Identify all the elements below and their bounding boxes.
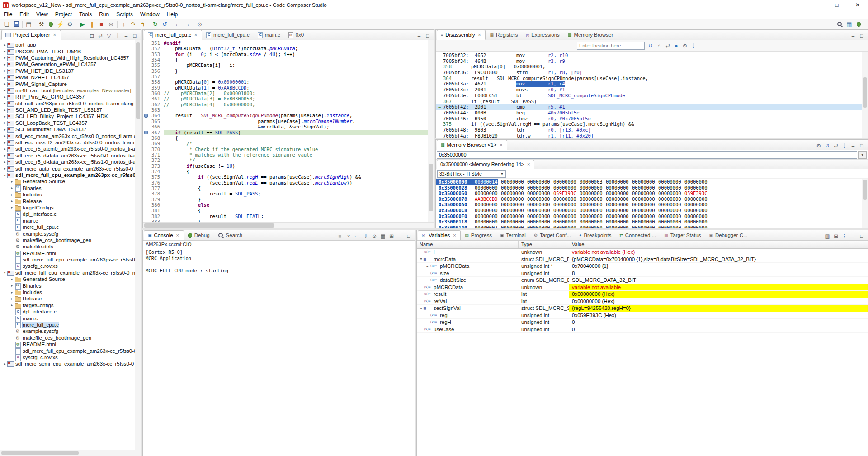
memory-row[interactable]: 0x35000078AABBCCDD0000000000000000000000… <box>436 196 868 202</box>
tree-item[interactable]: ▸Includes <box>0 191 141 198</box>
menu-run[interactable]: Run <box>95 10 113 19</box>
tree-item[interactable]: mcrc_full_cpu.c <box>0 322 141 328</box>
code-line[interactable]: 352 pMCRCData = (uint32_t *)mcrcData.pMC… <box>143 46 434 51</box>
variable-row[interactable]: (x)=regLunsigned int0x059E393C (Hex) <box>417 312 868 319</box>
expand-arrow-icon[interactable]: ▸ <box>9 186 14 190</box>
menu-project[interactable]: Project <box>52 10 75 19</box>
editor-horizontal-scrollbar[interactable] <box>143 222 434 228</box>
disasm-instruction-line[interactable]: 7005bf36:E9C01800strdr1, r8, [r0] <box>436 70 868 76</box>
gear-menu-icon[interactable]: ⚙ <box>815 142 823 150</box>
variable-row[interactable]: ▾▦mcrcDatastruct SDL_MCRC_Data...{pMCRCD… <box>417 256 868 263</box>
collapse-all-icon[interactable]: ⊟ <box>88 32 96 40</box>
variable-row[interactable]: (x)=dataBitSizeenum SDL_MCRC_Dat...SDL_M… <box>417 277 868 284</box>
disasm-source-line[interactable]: 358pMCRCData[0] = 0x00000001; <box>436 64 868 70</box>
tree-item[interactable]: ▸PWM_Capturing_With_High_Resolution_LC43… <box>0 55 141 61</box>
new-icon[interactable]: ❏ <box>2 19 11 28</box>
expand-arrow-icon[interactable]: ▸ <box>2 43 7 47</box>
tab-mcrc-full-cpu-c[interactable]: mcrc_full_cpu.c <box>144 30 202 40</box>
code-line[interactable]: 375 if ((sectSignVal.regH == params[useC… <box>143 174 434 180</box>
link-editor-icon[interactable]: ⇄ <box>96 32 104 40</box>
disasm-instruction-line[interactable]: 7005bf44:D00Bbeq#0x7005bf5e <box>436 110 868 116</box>
explorer-horizontal-scrollbar[interactable] <box>0 450 141 456</box>
tree-item[interactable]: main.c <box>0 218 141 224</box>
memory-rows[interactable]: 0x35000000000000140000000000000000000000… <box>436 179 868 228</box>
menu-file[interactable]: File <box>0 10 16 19</box>
code-line[interactable]: 363 <box>143 107 434 113</box>
code-line[interactable]: 358 pMCRCData[0] = 0x00000001; <box>143 79 434 85</box>
disasm-instruction-line[interactable]: 7005bf46:B950cbnzr0, #0x7005bf5e <box>436 116 868 122</box>
tree-item[interactable]: ▸Release <box>0 198 141 204</box>
address-history-button[interactable]: ▾ <box>858 151 867 159</box>
search-icon[interactable] <box>835 19 844 28</box>
menu-tools[interactable]: Tools <box>75 10 95 19</box>
code-line[interactable]: 369 /* <box>143 141 434 146</box>
collapse-arrow-icon[interactable]: ▾ <box>2 271 7 275</box>
tab-0x0[interactable]: 0x0 <box>284 30 308 40</box>
expand-arrow-icon[interactable]: ▸ <box>2 153 7 157</box>
expand-arrow-icon[interactable]: ▸ <box>9 193 14 197</box>
expand-arrow-icon[interactable]: ▸ <box>9 290 14 294</box>
expand-arrow-icon[interactable]: ▸ <box>9 303 14 307</box>
expand-arrow-icon[interactable]: ▸ <box>2 166 7 171</box>
memory-row[interactable]: 0x35000118000000000000000000000000000000… <box>436 219 868 225</box>
variable-row[interactable]: ▸(x)=pMCRCDataunsigned int *0x70040000 {… <box>417 263 868 270</box>
refresh-icon[interactable]: ↺ <box>160 19 170 28</box>
tree-item[interactable]: ▸RTP_Pins_As_GPIO_LC4357 <box>0 94 141 100</box>
explorer-vertical-scrollbar[interactable] <box>135 40 141 450</box>
code-line[interactable]: 359 pMCRCData[1] = 0xAABBCCDD; <box>143 85 434 90</box>
editor-vertical-scrollbar[interactable] <box>428 40 434 222</box>
close-tab-icon[interactable] <box>452 233 457 238</box>
tree-item[interactable]: example.syscfg <box>0 328 141 334</box>
tree-item[interactable]: ▸sdl_mcrc_semi_cpu_example_am263x-cc_r5f… <box>0 361 141 367</box>
code-line[interactable]: 368 { <box>143 135 434 141</box>
tree-item[interactable]: ▸PWM_N2HET_LC4357 <box>0 74 141 81</box>
tab-search[interactable]: Search <box>214 230 246 240</box>
tree-item[interactable]: sdl_mcrc_full_cpu_example_am263px-cc_r5f… <box>0 256 141 263</box>
view-menu-icon[interactable]: ⋮ <box>840 232 849 240</box>
code-line[interactable]: 355 pMCRCData[i] = i; <box>143 62 434 68</box>
home-icon[interactable]: ⌂ <box>655 42 663 50</box>
tab-debug[interactable]: Debug <box>184 230 214 240</box>
variable-row[interactable]: (x)=resultint0x00000000 (Hex) <box>417 291 868 298</box>
menu-window[interactable]: Window <box>137 10 163 19</box>
tree-item[interactable]: ▸Binaries <box>0 282 141 289</box>
tab-breakpoints[interactable]: ●Breakpoints <box>575 230 615 240</box>
refresh-icon[interactable]: ↺ <box>823 142 831 150</box>
code-line[interactable]: 381 { <box>143 208 434 213</box>
memory-vertical-scrollbar[interactable] <box>862 179 868 228</box>
code-line[interactable]: 376 (sectSignVal.regL == params[useCase]… <box>143 180 434 185</box>
tree-item[interactable]: ▸sdl_ecc_mcan_am263x-cc_r5fss0-0_nortos_… <box>0 133 141 139</box>
disasm-vertical-scrollbar[interactable] <box>862 52 868 138</box>
code-line[interactable]: 365 params[useCase].mcrcChannelNumber, <box>143 119 434 124</box>
code-line[interactable]: 371 * matches with the reference signaur… <box>143 152 434 157</box>
filter-icon[interactable]: ▽ <box>105 32 113 40</box>
variable-row[interactable]: (x)=regHunsigned int0 <box>417 319 868 326</box>
code-line[interactable]: 382 result = SDL_EFAIL; <box>143 214 434 219</box>
clear-icon[interactable]: ▭ <box>353 232 361 240</box>
menu-scripts[interactable]: Scripts <box>113 10 137 19</box>
back-icon[interactable]: ← <box>173 19 182 28</box>
memory-address-input[interactable] <box>437 151 857 159</box>
code-line[interactable]: 366 &mcrcData, &sectSignVal); <box>143 124 434 129</box>
memory-row[interactable]: 0x35000028000000000000000000000000000000… <box>436 185 868 191</box>
link-editor-icon[interactable]: ⇄ <box>832 142 840 150</box>
tree-item[interactable]: ▸Generated Source <box>0 276 141 282</box>
tree-item[interactable]: ▸sdl_ecc_mss_l2_am263x-cc_r5fss0-0_norto… <box>0 139 141 146</box>
disconnect-icon[interactable]: ⊗ <box>106 19 116 28</box>
console-output[interactable]: [Cortex_R5_0]MCRC ApplicationMCRC FULL C… <box>143 248 415 456</box>
tab-expressions[interactable]: (x)Expressions <box>522 30 564 40</box>
tree-item[interactable]: sdl_mcrc_full_cpu_example_am263x-cc_r5fs… <box>0 347 141 354</box>
tree-item[interactable]: README.html <box>0 341 141 347</box>
tree-item[interactable]: ▸Generated Source <box>0 178 141 185</box>
tree-item[interactable]: ▸targetConfigs <box>0 302 141 309</box>
maximize-icon[interactable]: □ <box>405 232 413 240</box>
expand-arrow-icon[interactable]: ▸ <box>2 101 7 105</box>
minimize-icon[interactable]: – <box>849 232 857 240</box>
step-over-icon[interactable]: ↷ <box>128 19 138 28</box>
forward-icon[interactable]: → <box>182 19 192 28</box>
tree-item[interactable]: ▾sdl_mcrc_full_cpu_example_am263px-cc_r5… <box>0 172 141 178</box>
memory-row[interactable]: 0x350000F0000000000000000000000000000000… <box>436 214 868 219</box>
variable-row[interactable]: (x)=pMCRCDataunknownvariable not availab… <box>417 284 868 291</box>
breakpoint-icon[interactable]: ● <box>672 42 680 50</box>
tree-item[interactable]: syscfg_c.rov.xs <box>0 354 141 361</box>
